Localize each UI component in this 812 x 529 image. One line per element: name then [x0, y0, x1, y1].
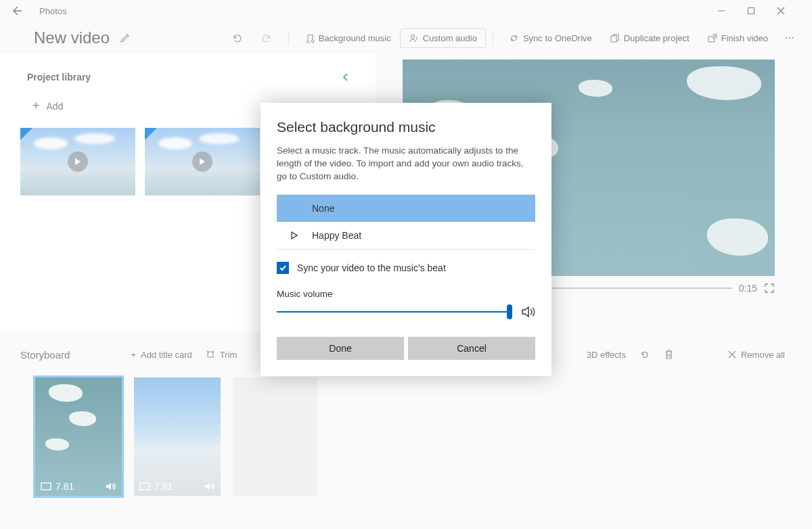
track-label: None	[312, 203, 334, 214]
music-volume-slider[interactable]	[277, 306, 512, 317]
track-label: Happy Beat	[312, 230, 361, 241]
music-track-none[interactable]: None	[277, 195, 535, 222]
dialog-title: Select background music	[277, 119, 535, 135]
dialog-description: Select a music track. The music automati…	[277, 145, 535, 183]
sync-beat-checkbox[interactable]	[277, 262, 289, 274]
music-volume-label: Music volume	[277, 289, 535, 299]
play-icon	[290, 231, 298, 239]
speaker-icon	[522, 306, 535, 318]
done-button[interactable]: Done	[277, 337, 404, 360]
sync-beat-label: Sync your video to the music's beat	[297, 262, 446, 273]
background-music-dialog: Select background music Select a music t…	[261, 103, 551, 376]
music-track-happy-beat[interactable]: Happy Beat	[277, 222, 535, 249]
cancel-button[interactable]: Cancel	[408, 337, 535, 360]
